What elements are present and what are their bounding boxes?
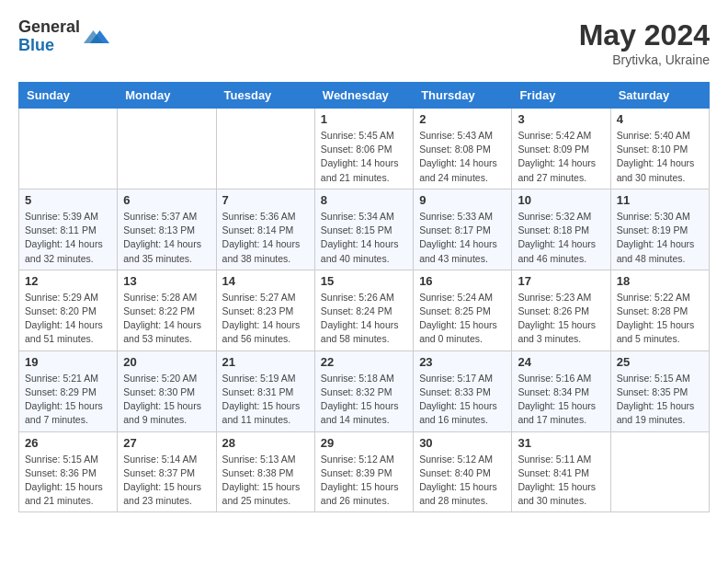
calendar-week-4: 19Sunrise: 5:21 AMSunset: 8:29 PMDayligh… [19, 350, 710, 431]
table-row: 4Sunrise: 5:40 AMSunset: 8:10 PMDaylight… [610, 109, 709, 190]
calendar-week-2: 5Sunrise: 5:39 AMSunset: 8:11 PMDaylight… [19, 189, 710, 270]
calendar-week-1: 1Sunrise: 5:45 AMSunset: 8:06 PMDaylight… [19, 109, 710, 190]
logo: General Blue [18, 18, 109, 55]
day-info: Sunrise: 5:34 AMSunset: 8:15 PMDaylight:… [321, 210, 407, 266]
table-row: 27Sunrise: 5:14 AMSunset: 8:37 PMDayligh… [118, 431, 216, 512]
day-info: Sunrise: 5:20 AMSunset: 8:30 PMDaylight:… [123, 372, 210, 428]
table-row: 2Sunrise: 5:43 AMSunset: 8:08 PMDaylight… [414, 109, 512, 190]
table-row: 9Sunrise: 5:33 AMSunset: 8:17 PMDaylight… [414, 189, 512, 270]
logo-blue-text: Blue [18, 37, 80, 55]
day-info: Sunrise: 5:36 AMSunset: 8:14 PMDaylight:… [222, 210, 309, 266]
day-number: 22 [321, 355, 407, 369]
day-info: Sunrise: 5:24 AMSunset: 8:25 PMDaylight:… [419, 291, 506, 347]
calendar-week-3: 12Sunrise: 5:29 AMSunset: 8:20 PMDayligh… [19, 270, 710, 350]
day-number: 31 [518, 436, 604, 450]
day-info: Sunrise: 5:11 AMSunset: 8:41 PMDaylight:… [518, 453, 604, 509]
table-row: 7Sunrise: 5:36 AMSunset: 8:14 PMDaylight… [216, 189, 314, 270]
day-info: Sunrise: 5:39 AMSunset: 8:11 PMDaylight:… [25, 210, 111, 266]
table-row: 31Sunrise: 5:11 AMSunset: 8:41 PMDayligh… [512, 431, 610, 512]
table-row: 25Sunrise: 5:15 AMSunset: 8:35 PMDayligh… [610, 350, 709, 431]
table-row: 20Sunrise: 5:20 AMSunset: 8:30 PMDayligh… [118, 350, 216, 431]
day-info: Sunrise: 5:15 AMSunset: 8:35 PMDaylight:… [617, 372, 703, 428]
table-row: 22Sunrise: 5:18 AMSunset: 8:32 PMDayligh… [314, 350, 413, 431]
day-info: Sunrise: 5:21 AMSunset: 8:29 PMDaylight:… [25, 372, 111, 428]
day-number: 5 [25, 193, 111, 207]
day-number: 12 [25, 274, 111, 288]
day-number: 20 [123, 355, 210, 369]
table-row: 29Sunrise: 5:12 AMSunset: 8:39 PMDayligh… [314, 431, 413, 512]
table-row: 21Sunrise: 5:19 AMSunset: 8:31 PMDayligh… [216, 350, 314, 431]
day-number: 16 [419, 274, 506, 288]
title-block: May 2024 Brytivka, Ukraine [579, 18, 710, 67]
calendar-week-5: 26Sunrise: 5:15 AMSunset: 8:36 PMDayligh… [19, 431, 710, 512]
day-info: Sunrise: 5:14 AMSunset: 8:37 PMDaylight:… [123, 453, 210, 509]
table-row: 1Sunrise: 5:45 AMSunset: 8:06 PMDaylight… [314, 109, 413, 190]
table-row [118, 109, 216, 190]
day-info: Sunrise: 5:16 AMSunset: 8:34 PMDaylight:… [518, 372, 604, 428]
day-number: 6 [123, 193, 210, 207]
day-info: Sunrise: 5:37 AMSunset: 8:13 PMDaylight:… [123, 210, 210, 266]
day-info: Sunrise: 5:42 AMSunset: 8:09 PMDaylight:… [518, 129, 604, 185]
day-number: 23 [419, 355, 506, 369]
day-info: Sunrise: 5:22 AMSunset: 8:28 PMDaylight:… [617, 291, 703, 347]
day-number: 9 [419, 193, 506, 207]
day-info: Sunrise: 5:45 AMSunset: 8:06 PMDaylight:… [321, 129, 407, 185]
logo-icon [84, 24, 109, 50]
day-info: Sunrise: 5:18 AMSunset: 8:32 PMDaylight:… [321, 372, 407, 428]
table-row: 24Sunrise: 5:16 AMSunset: 8:34 PMDayligh… [512, 350, 610, 431]
day-info: Sunrise: 5:15 AMSunset: 8:36 PMDaylight:… [25, 453, 111, 509]
table-row: 14Sunrise: 5:27 AMSunset: 8:23 PMDayligh… [216, 270, 314, 350]
day-info: Sunrise: 5:28 AMSunset: 8:22 PMDaylight:… [123, 291, 210, 347]
col-thursday: Thursday [414, 83, 512, 109]
day-info: Sunrise: 5:26 AMSunset: 8:24 PMDaylight:… [321, 291, 407, 347]
table-row: 23Sunrise: 5:17 AMSunset: 8:33 PMDayligh… [414, 350, 512, 431]
table-row: 15Sunrise: 5:26 AMSunset: 8:24 PMDayligh… [314, 270, 413, 350]
day-info: Sunrise: 5:30 AMSunset: 8:19 PMDaylight:… [617, 210, 703, 266]
table-row: 18Sunrise: 5:22 AMSunset: 8:28 PMDayligh… [610, 270, 709, 350]
table-row: 3Sunrise: 5:42 AMSunset: 8:09 PMDaylight… [512, 109, 610, 190]
day-number: 21 [222, 355, 309, 369]
table-row [19, 109, 118, 190]
day-number: 15 [321, 274, 407, 288]
table-row [216, 109, 314, 190]
table-row: 16Sunrise: 5:24 AMSunset: 8:25 PMDayligh… [414, 270, 512, 350]
table-row: 26Sunrise: 5:15 AMSunset: 8:36 PMDayligh… [19, 431, 118, 512]
day-info: Sunrise: 5:40 AMSunset: 8:10 PMDaylight:… [617, 129, 703, 185]
month-title: May 2024 [579, 18, 710, 52]
page-header: General Blue May 2024 Brytivka, Ukraine [18, 18, 710, 67]
day-number: 25 [617, 355, 703, 369]
table-row [610, 431, 709, 512]
day-number: 19 [25, 355, 111, 369]
day-info: Sunrise: 5:19 AMSunset: 8:31 PMDaylight:… [222, 372, 309, 428]
day-info: Sunrise: 5:33 AMSunset: 8:17 PMDaylight:… [419, 210, 506, 266]
day-number: 14 [222, 274, 309, 288]
logo-general-text: General [18, 18, 80, 37]
day-number: 10 [518, 193, 604, 207]
day-number: 27 [123, 436, 210, 450]
table-row: 17Sunrise: 5:23 AMSunset: 8:26 PMDayligh… [512, 270, 610, 350]
table-row: 28Sunrise: 5:13 AMSunset: 8:38 PMDayligh… [216, 431, 314, 512]
location-subtitle: Brytivka, Ukraine [579, 52, 710, 67]
day-number: 7 [222, 193, 309, 207]
day-number: 17 [518, 274, 604, 288]
calendar-table: Sunday Monday Tuesday Wednesday Thursday… [18, 82, 710, 512]
day-info: Sunrise: 5:13 AMSunset: 8:38 PMDaylight:… [222, 453, 309, 509]
table-row: 8Sunrise: 5:34 AMSunset: 8:15 PMDaylight… [314, 189, 413, 270]
table-row: 19Sunrise: 5:21 AMSunset: 8:29 PMDayligh… [19, 350, 118, 431]
day-number: 28 [222, 436, 309, 450]
day-number: 11 [617, 193, 703, 207]
day-number: 30 [419, 436, 506, 450]
day-info: Sunrise: 5:12 AMSunset: 8:40 PMDaylight:… [419, 453, 506, 509]
day-info: Sunrise: 5:29 AMSunset: 8:20 PMDaylight:… [25, 291, 111, 347]
calendar-header-row: Sunday Monday Tuesday Wednesday Thursday… [19, 83, 710, 109]
day-number: 4 [617, 112, 703, 126]
table-row: 5Sunrise: 5:39 AMSunset: 8:11 PMDaylight… [19, 189, 118, 270]
table-row: 12Sunrise: 5:29 AMSunset: 8:20 PMDayligh… [19, 270, 118, 350]
table-row: 30Sunrise: 5:12 AMSunset: 8:40 PMDayligh… [414, 431, 512, 512]
day-number: 1 [321, 112, 407, 126]
day-number: 8 [321, 193, 407, 207]
day-number: 2 [419, 112, 506, 126]
day-number: 29 [321, 436, 407, 450]
day-info: Sunrise: 5:23 AMSunset: 8:26 PMDaylight:… [518, 291, 604, 347]
table-row: 13Sunrise: 5:28 AMSunset: 8:22 PMDayligh… [118, 270, 216, 350]
